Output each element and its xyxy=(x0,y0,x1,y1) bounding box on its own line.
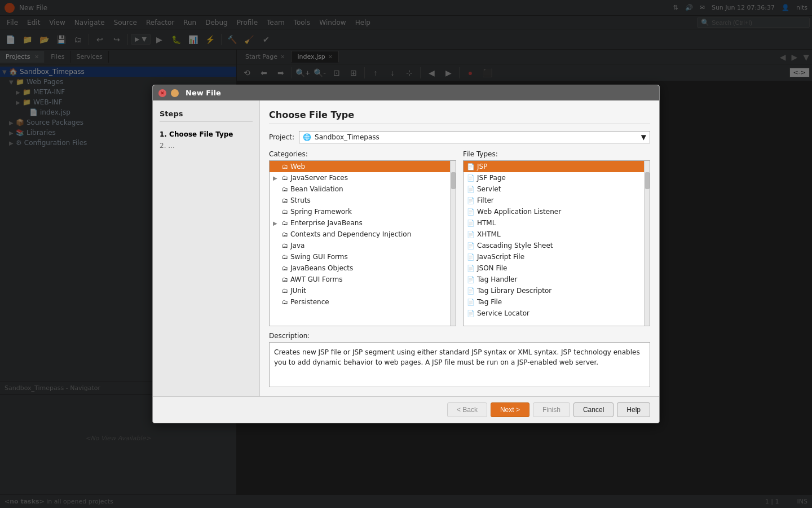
cat-web-label: Web xyxy=(290,163,305,170)
cat-scrollbar[interactable] xyxy=(450,161,456,326)
help-button[interactable]: Help xyxy=(617,402,650,417)
cat-web-icon: 🗂 xyxy=(282,163,288,170)
ft-filter[interactable]: 📄 Filter xyxy=(464,195,644,206)
categories-label: Categories: xyxy=(269,150,456,158)
cat-jsf-label: JavaServer Faces xyxy=(290,174,348,182)
description-label: Description: xyxy=(269,332,650,340)
cat-swing[interactable]: 🗂 Swing GUI Forms xyxy=(270,251,450,262)
filetypes-list: 📄 JSP 📄 JSF Page 📄 Servlet xyxy=(464,161,644,326)
next-button[interactable]: Next > xyxy=(491,402,529,417)
categories-filetypes-row: Categories: 🗂 Web ▶ 🗂 xyxy=(269,150,650,326)
cat-bean-label: Bean Validation xyxy=(290,185,343,193)
cat-jsf-arrow: ▶ xyxy=(273,175,280,181)
ft-xhtml[interactable]: 📄 XHTML xyxy=(464,229,644,240)
filetypes-list-container: 📄 JSP 📄 JSF Page 📄 Servlet xyxy=(463,160,650,326)
cat-jsf[interactable]: ▶ 🗂 JavaServer Faces xyxy=(270,172,450,183)
cat-struts-icon: 🗂 xyxy=(282,197,288,204)
cat-javabeans[interactable]: 🗂 JavaBeans Objects xyxy=(270,262,450,274)
cat-cdi-icon: 🗂 xyxy=(282,231,288,238)
filetypes-section: File Types: 📄 JSP 📄 JSF Page xyxy=(463,150,650,326)
content-title: Choose File Type xyxy=(269,110,650,124)
ft-tag-file-icon: 📄 xyxy=(467,299,475,306)
cat-scroll-thumb[interactable] xyxy=(451,172,456,189)
ft-servlet[interactable]: 📄 Servlet xyxy=(464,183,644,195)
ft-scrollbar[interactable] xyxy=(644,161,650,326)
cat-awt[interactable]: 🗂 AWT GUI Forms xyxy=(270,274,450,285)
cat-spring[interactable]: 🗂 Spring Framework xyxy=(270,206,450,217)
ft-jsp-icon: 📄 xyxy=(467,163,475,170)
dialog-close-button[interactable]: ✕ xyxy=(158,89,166,97)
finish-button[interactable]: Finish xyxy=(533,402,570,417)
ft-jsf-page[interactable]: 📄 JSF Page xyxy=(464,172,644,183)
cat-swing-label: Swing GUI Forms xyxy=(290,253,348,261)
ft-json-icon: 📄 xyxy=(467,265,475,272)
cat-java-label: Java xyxy=(290,242,304,249)
ft-html[interactable]: 📄 HTML xyxy=(464,217,644,229)
project-select-value: Sandbox_Timepass xyxy=(315,133,379,141)
cat-ejb[interactable]: ▶ 🗂 Enterprise JavaBeans xyxy=(270,217,450,229)
step-2: 2. ... xyxy=(160,140,253,151)
ft-service-locator-label: Service Locator xyxy=(477,309,529,317)
ft-tag-handler[interactable]: 📄 Tag Handler xyxy=(464,274,644,285)
ft-tld[interactable]: 📄 Tag Library Descriptor xyxy=(464,285,644,296)
ft-css-label: Cascading Style Sheet xyxy=(477,242,553,249)
steps-panel: Steps 1. Choose File Type 2. ... xyxy=(153,100,260,396)
description-text: Creates new JSP file or JSP segment usin… xyxy=(269,342,650,387)
ft-tld-icon: 📄 xyxy=(467,287,475,295)
ft-tag-handler-icon: 📄 xyxy=(467,276,475,283)
ft-jsp[interactable]: 📄 JSP xyxy=(464,161,644,172)
cat-bean[interactable]: 🗂 Bean Validation xyxy=(270,183,450,195)
project-select[interactable]: 🌐 Sandbox_Timepass ▼ xyxy=(299,131,650,143)
back-button[interactable]: < Back xyxy=(447,402,487,417)
cat-spring-icon: 🗂 xyxy=(282,208,288,216)
dialog-titlebar: ✕ New File xyxy=(153,85,659,100)
new-file-dialog: ✕ New File Steps 1. Choose File Type 2. … xyxy=(152,85,660,423)
ft-jsf-icon: 📄 xyxy=(467,174,475,182)
filetypes-label: File Types: xyxy=(463,150,650,158)
cat-cdi[interactable]: 🗂 Contexts and Dependency Injection xyxy=(270,229,450,240)
ft-servlet-icon: 📄 xyxy=(467,186,475,193)
dialog-minimize-button[interactable] xyxy=(171,89,179,97)
project-globe-icon: 🌐 xyxy=(303,133,311,141)
cat-struts-label: Struts xyxy=(290,196,311,204)
cat-java[interactable]: 🗂 Java xyxy=(270,240,450,251)
ft-tag-file-label: Tag File xyxy=(477,298,502,306)
ft-service-locator-icon: 📄 xyxy=(467,310,475,317)
cat-spring-label: Spring Framework xyxy=(290,208,352,216)
ft-xhtml-label: XHTML xyxy=(477,230,501,238)
ft-scroll-thumb[interactable] xyxy=(645,172,650,189)
ft-js-icon: 📄 xyxy=(467,253,475,261)
cat-persistence-icon: 🗂 xyxy=(282,299,288,306)
cat-ejb-arrow: ▶ xyxy=(273,220,280,226)
cat-persistence[interactable]: 🗂 Persistence xyxy=(270,296,450,308)
dialog-footer: < Back Next > Finish Cancel Help xyxy=(153,396,659,423)
cat-awt-icon: 🗂 xyxy=(282,276,288,283)
ft-js[interactable]: 📄 JavaScript File xyxy=(464,251,644,262)
ft-css[interactable]: 📄 Cascading Style Sheet xyxy=(464,240,644,251)
content-panel: Choose File Type Project: 🌐 Sandbox_Time… xyxy=(260,100,659,396)
cat-junit[interactable]: 🗂 JUnit xyxy=(270,285,450,296)
project-dropdown-arrow: ▼ xyxy=(641,133,646,141)
cat-bean-icon: 🗂 xyxy=(282,186,288,193)
ft-css-icon: 📄 xyxy=(467,242,475,249)
cat-ejb-label: Enterprise JavaBeans xyxy=(290,219,363,227)
cat-junit-icon: 🗂 xyxy=(282,287,288,295)
ft-xhtml-icon: 📄 xyxy=(467,231,475,238)
step-2-label: ... xyxy=(168,142,174,150)
cat-swing-icon: 🗂 xyxy=(282,253,288,261)
ft-servlet-label: Servlet xyxy=(477,185,501,193)
ft-jsp-label: JSP xyxy=(477,163,487,170)
cat-struts[interactable]: 🗂 Struts xyxy=(270,195,450,206)
cancel-button[interactable]: Cancel xyxy=(573,402,614,417)
ft-json[interactable]: 📄 JSON File xyxy=(464,262,644,274)
ft-service-locator[interactable]: 📄 Service Locator xyxy=(464,308,644,319)
categories-list-container: 🗂 Web ▶ 🗂 JavaServer Faces xyxy=(269,160,456,326)
steps-title: Steps xyxy=(160,110,253,122)
ft-tld-label: Tag Library Descriptor xyxy=(477,287,551,295)
cat-web[interactable]: 🗂 Web xyxy=(270,161,450,172)
dialog-title: New File xyxy=(186,89,221,97)
ft-listener[interactable]: 📄 Web Application Listener xyxy=(464,206,644,217)
ft-tag-file[interactable]: 📄 Tag File xyxy=(464,296,644,308)
ft-tag-handler-label: Tag Handler xyxy=(477,275,517,283)
modal-overlay: ✕ New File Steps 1. Choose File Type 2. … xyxy=(0,0,812,508)
